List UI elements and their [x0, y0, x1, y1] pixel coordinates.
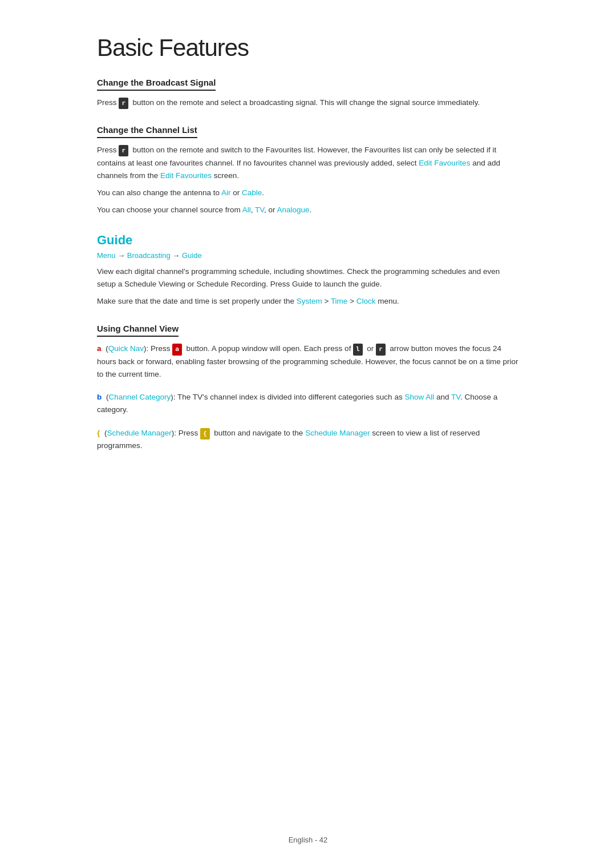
key-a-badge: a: [172, 344, 182, 355]
link-all[interactable]: All: [242, 205, 251, 214]
link-channel-category[interactable]: Channel Category: [109, 393, 171, 401]
broadcast-body: Press r button on the remote and select …: [97, 96, 519, 109]
breadcrumb: Menu → Broadcasting → Guide: [97, 251, 519, 260]
key-yellow-label: {: [97, 429, 100, 437]
section-guide: Guide Menu → Broadcasting → Guide View e…: [97, 233, 519, 308]
link-edit-favourites-1[interactable]: Edit Favourites: [419, 159, 470, 167]
channel-view-a-text: a (Quick Nav): Press a button. A popup w…: [97, 342, 519, 381]
channel-view-b-text: b (Channel Category): The TV's channel i…: [97, 391, 519, 417]
section-change-broadcast: Change the Broadcast Signal Press r butt…: [97, 78, 519, 109]
key-a-label: a: [97, 344, 102, 353]
breadcrumb-arrow-2: →: [172, 251, 182, 260]
link-tv-category[interactable]: TV: [451, 393, 460, 401]
channel-para1: Press r button on the remote and switch …: [97, 144, 519, 182]
breadcrumb-arrow-1: →: [117, 251, 127, 260]
link-show-all[interactable]: Show All: [404, 393, 434, 401]
key-l: l: [353, 344, 363, 355]
section-heading-broadcast: Change the Broadcast Signal: [97, 78, 216, 91]
channel-view-yellow-text: { (Schedule Manager): Press { button and…: [97, 427, 519, 453]
link-cable[interactable]: Cable: [242, 188, 262, 197]
link-tv[interactable]: TV: [255, 205, 264, 214]
section-change-channel: Change the Channel List Press r button o…: [97, 125, 519, 216]
section-heading-channel-view: Using Channel View: [97, 324, 179, 337]
guide-para1: View each digital channel's programming …: [97, 265, 519, 291]
channel-view-item-b: b (Channel Category): The TV's channel i…: [97, 391, 519, 421]
breadcrumb-menu[interactable]: Menu: [97, 251, 116, 260]
channel-view-item-a: a (Quick Nav): Press a button. A popup w…: [97, 342, 519, 385]
section-heading-guide: Guide: [97, 233, 519, 248]
page-title: Basic Features: [97, 34, 519, 62]
link-schedule-manager-1[interactable]: Schedule Manager: [107, 429, 172, 437]
key-r-channel: r: [119, 145, 128, 156]
link-schedule-manager-2[interactable]: Schedule Manager: [305, 429, 370, 437]
link-time[interactable]: Time: [331, 297, 348, 305]
link-air[interactable]: Air: [221, 188, 231, 197]
breadcrumb-broadcasting[interactable]: Broadcasting: [127, 251, 171, 260]
channel-para3: You can choose your channel source from …: [97, 204, 519, 216]
link-clock[interactable]: Clock: [356, 297, 376, 305]
key-b-label: b: [97, 393, 102, 401]
section-channel-view: Using Channel View a (Quick Nav): Press …: [97, 324, 519, 457]
key-r: r: [119, 98, 128, 109]
link-analogue[interactable]: Analogue: [277, 205, 309, 214]
footer-text: English - 42: [289, 836, 328, 844]
key-yellow-badge: {: [200, 428, 210, 439]
channel-para2: You can also change the antenna to Air o…: [97, 187, 519, 199]
key-r-guide: r: [376, 344, 386, 355]
link-quick-nav[interactable]: Quick Nav: [108, 344, 144, 353]
breadcrumb-guide[interactable]: Guide: [182, 251, 202, 260]
guide-para2: Make sure that the date and time is set …: [97, 295, 519, 308]
page-footer: English - 42: [0, 836, 616, 844]
channel-view-item-yellow: { (Schedule Manager): Press { button and…: [97, 427, 519, 457]
link-edit-favourites-2[interactable]: Edit Favourites: [160, 171, 212, 180]
section-heading-channel: Change the Channel List: [97, 125, 197, 138]
link-system[interactable]: System: [297, 297, 322, 305]
